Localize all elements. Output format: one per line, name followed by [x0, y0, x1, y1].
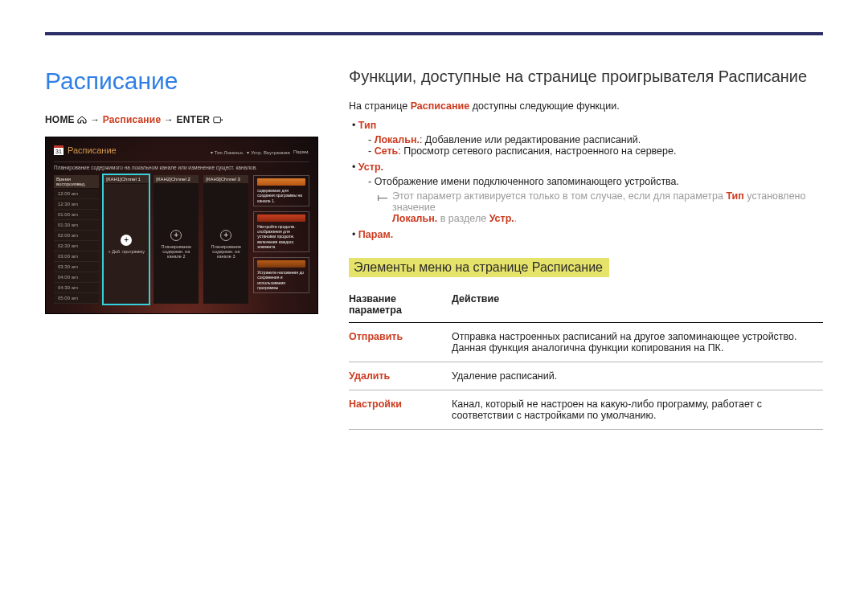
- home-icon: [77, 115, 87, 123]
- row-name: Настройки: [349, 390, 452, 430]
- card-bar: [257, 215, 305, 222]
- svg-rect-2: [378, 195, 379, 201]
- time-slot: 01:30 am: [54, 220, 99, 231]
- enter-icon: [213, 115, 223, 123]
- calendar-icon: 31: [54, 145, 63, 155]
- option-device: Устр. Отображение имени подключенного за…: [363, 161, 823, 224]
- time-slot: 03:30 am: [54, 262, 99, 272]
- table-row: Настройки Канал, который не настроен на …: [349, 390, 823, 430]
- time-column: Время воспроизвед. 12:00 am 12:30 am 01:…: [54, 175, 99, 304]
- card-bar: [257, 260, 305, 268]
- note-dash-icon: [378, 190, 387, 224]
- info-card: Устраните наложения до сохранения и испо…: [253, 257, 309, 293]
- row-name: Отправить: [349, 323, 452, 362]
- time-slot: 05:00 am: [54, 293, 99, 304]
- time-slot: 02:00 am: [54, 231, 99, 241]
- channel-header: [КАН2]Chnnel 2: [154, 175, 199, 184]
- channel-caption: Планирование содержан. на канале 3: [205, 244, 247, 259]
- breadcrumb-home: HOME: [45, 114, 75, 125]
- plus-icon: +: [121, 235, 132, 246]
- plus-icon: +: [170, 230, 182, 241]
- table-row: Отправить Отправка настроенных расписани…: [349, 323, 823, 362]
- options-table: Название параметра Действие Отправить От…: [349, 290, 823, 430]
- time-header: Время воспроизвед.: [54, 175, 99, 189]
- channel-caption: Планирование содержан. на канале 2: [155, 244, 197, 259]
- option-params: Парам.: [363, 229, 823, 240]
- channel-header: [КАН3]Chnnel 3: [203, 175, 248, 184]
- table-row: Удалить Удаление расписаний.: [349, 362, 823, 390]
- page-title: Расписание: [45, 67, 318, 95]
- channel-header: [КАН1]Chnnel 1: [104, 175, 149, 184]
- shot-title: Расписание: [68, 145, 117, 155]
- section-heading: Функции, доступные на странице проигрыва…: [349, 67, 823, 86]
- time-slot: 12:30 am: [54, 199, 99, 210]
- option-type-network: Сеть: Просмотр сетевого расписания, наст…: [378, 145, 823, 157]
- svg-rect-1: [378, 198, 387, 198]
- time-slot: 12:00 am: [54, 189, 99, 199]
- schedule-screenshot: 31 Расписание ▾ Тип Локальн. ▾ Устр. Вну…: [45, 137, 318, 314]
- time-slot: 01:00 am: [54, 210, 99, 220]
- info-card: содержимое для создания программы на кан…: [253, 175, 309, 206]
- channel-2: [КАН2]Chnnel 2 + Планирование содержан. …: [154, 175, 199, 304]
- option-type: Тип Локальн.: Добавление или редактирова…: [363, 120, 823, 157]
- subsection-label: Элементы меню на странице Расписание: [349, 258, 609, 277]
- channel-3: [КАН3]Chnnel 3 + Планирование содержан. …: [203, 175, 248, 304]
- time-slot: 02:30 am: [54, 241, 99, 251]
- option-device-note: Этот параметр активируется только в том …: [363, 190, 823, 224]
- intro-text: На странице Расписание доступны следующи…: [349, 100, 823, 112]
- row-action: Удаление расписаний.: [452, 362, 823, 390]
- channel-1: [КАН1]Chnnel 1 + + Доб. программу: [104, 175, 149, 304]
- row-name: Удалить: [349, 362, 452, 390]
- option-device-desc: Отображение имени подключенного запомина…: [378, 176, 823, 187]
- row-action: Отправка настроенных расписаний на друго…: [452, 323, 823, 362]
- option-type-local: Локальн.: Добавление или редактирование …: [378, 134, 823, 145]
- info-card: Настройте продолж. отображения для устан…: [253, 211, 309, 252]
- top-rule: [45, 32, 823, 35]
- svg-rect-0: [214, 117, 221, 123]
- time-slot: 04:30 am: [54, 283, 99, 293]
- th-action: Действие: [452, 290, 823, 323]
- row-action: Канал, который не настроен на какую-либо…: [452, 390, 823, 430]
- th-name: Название параметра: [349, 290, 452, 323]
- shot-top-right: ▾ Тип Локальн. ▾ Устр. Внутренняя Парам.: [211, 149, 309, 155]
- time-slot: 04:00 am: [54, 272, 99, 283]
- shot-subtitle: Планирование содержимого на локальном ка…: [54, 165, 309, 170]
- breadcrumb: HOME → Расписание → ENTER: [45, 114, 318, 125]
- card-bar: [257, 178, 305, 186]
- channel-caption: + Доб. программу: [108, 249, 145, 254]
- options-list: Тип Локальн.: Добавление или редактирова…: [349, 120, 823, 240]
- plus-icon: +: [220, 230, 231, 241]
- breadcrumb-mid: Расписание: [103, 114, 162, 125]
- breadcrumb-enter: ENTER: [177, 114, 211, 125]
- time-slot: 03:00 am: [54, 251, 99, 262]
